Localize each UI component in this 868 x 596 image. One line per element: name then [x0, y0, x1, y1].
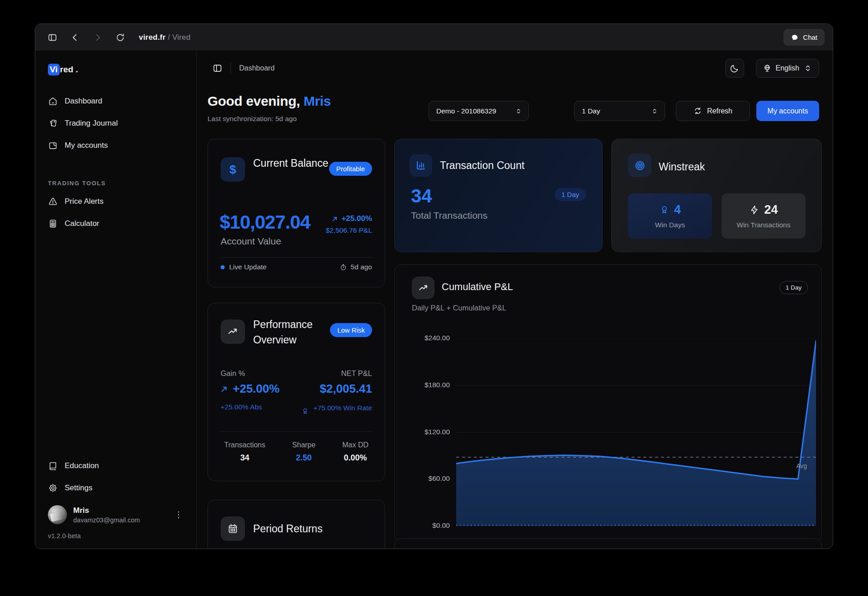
gain-abs: +25.00% Abs [221, 403, 262, 411]
sidebar-item-calculator[interactable]: Calculator [35, 212, 196, 235]
refresh-label: Refresh [707, 107, 732, 115]
user-profile-row[interactable]: Mris davamz03@gmail.com ⋮ [35, 499, 196, 527]
browser-toolbar: vired.fr / Vired Chat [35, 24, 833, 51]
app-logo[interactable]: Vired . [35, 51, 196, 75]
net-pnl-value: $2,005.41 [320, 382, 372, 396]
theme-toggle-button[interactable] [725, 59, 744, 78]
win-rate-medal-icon [301, 407, 309, 415]
chat-bubble-icon [791, 33, 799, 42]
stopwatch-icon [340, 263, 347, 271]
language-select[interactable]: English [756, 59, 819, 78]
card-title: Winstreak [659, 161, 705, 173]
moon-icon [730, 64, 739, 73]
chart-period-badge: 1 Day [779, 281, 808, 294]
sidebar-item-trading-journal[interactable]: Trading Journal [35, 112, 196, 134]
account-select[interactable]: Demo - 201086329 [429, 101, 529, 121]
last-updated: 5d ago [340, 263, 372, 271]
refresh-icon [693, 107, 702, 115]
win-transactions-value: 24 [764, 203, 778, 217]
sidebar-item-settings[interactable]: Settings [35, 477, 196, 499]
low-risk-badge: Low Risk [330, 323, 372, 337]
stat-max-dd: Max DD 0.00% [342, 441, 368, 463]
sidebar-item-label: Calculator [65, 219, 99, 228]
sidebar-item-dashboard[interactable]: Dashboard [35, 90, 196, 112]
logo-mark: Vi [48, 64, 60, 75]
performance-overview-card: Performance Overview Low Risk Gain % +25… [208, 303, 385, 481]
chat-button[interactable]: Chat [783, 29, 825, 46]
sidebar-item-label: Price Alerts [65, 197, 104, 206]
book-icon [48, 461, 58, 471]
stat-label: Max DD [342, 441, 368, 449]
sidebar-item-price-alerts[interactable]: Price Alerts [35, 190, 196, 212]
period-select-value: 1 Day [582, 107, 600, 115]
period-badge: 1 Day [555, 188, 586, 201]
sidebar-spacer [35, 235, 196, 455]
win-transactions-label: Win Transactions [737, 221, 791, 229]
sidebar-item-my-accounts[interactable]: My accounts [35, 134, 196, 156]
globe-icon [763, 64, 772, 73]
stat-label: Transactions [224, 441, 265, 449]
sidebar-item-education[interactable]: Education [35, 455, 196, 477]
live-update-indicator: Live Update [221, 263, 267, 271]
user-menu-kebab-icon[interactable]: ⋮ [172, 508, 185, 521]
header-divider [231, 63, 231, 74]
live-update-label: Live Update [229, 263, 267, 271]
journal-cards-icon [48, 118, 58, 128]
cumulative-pnl-card: Cumulative P&L 1 Day Daily P&L + Cumulat… [394, 264, 822, 543]
pnl-area-chart: Avg [456, 338, 816, 526]
header-actions: English [725, 59, 819, 78]
greeting-prefix: Good evening, [208, 94, 303, 108]
reload-icon[interactable] [115, 33, 125, 42]
period-returns-card: Period Returns [208, 500, 385, 549]
refresh-button[interactable]: Refresh [676, 101, 750, 121]
account-value: $10,027.04 [220, 211, 310, 233]
card-title: Period Returns [253, 523, 322, 535]
calendar-icon [221, 516, 245, 541]
panel-toggle-icon[interactable] [212, 63, 222, 73]
breadcrumb: Dashboard [239, 64, 274, 72]
y-tick-label: $0.00 [406, 521, 450, 530]
arrow-up-right-icon [331, 215, 339, 223]
chart-title: Cumulative P&L [442, 281, 513, 293]
main-header: Dashboard English [197, 51, 833, 85]
home-icon [48, 96, 58, 106]
alert-triangle-icon [48, 197, 58, 206]
calculator-icon [48, 219, 58, 229]
avatar [48, 505, 67, 524]
my-accounts-label: My accounts [768, 107, 808, 115]
pnl-area [456, 341, 816, 526]
forward-button-icon[interactable] [93, 33, 103, 42]
win-days-label: Win Days [655, 221, 685, 229]
win-days-value: 4 [674, 203, 681, 217]
chevron-updown-icon [803, 64, 812, 73]
greeting-block: Good evening, Mris Last synchronization:… [208, 94, 331, 123]
sidebar-toggle-icon[interactable] [47, 33, 57, 42]
dollar-icon: $ [221, 157, 245, 182]
current-balance-card: $ Current Balance Profitable $10,027.04 … [208, 139, 385, 287]
address-bar[interactable]: vired.fr / Vired [139, 33, 190, 42]
balance-card-footer: Live Update 5d ago [221, 263, 372, 271]
my-accounts-button[interactable]: My accounts [756, 101, 819, 121]
chevron-updown-icon [515, 108, 522, 115]
y-tick-label: $60.00 [406, 474, 450, 483]
greeting-username: Mris [303, 94, 331, 108]
updated-ago-label: 5d ago [351, 263, 372, 271]
transaction-count-card: Transaction Count 34 Total Transactions … [394, 139, 603, 252]
browser-window: vired.fr / Vired Chat Vired . Dashboard … [35, 23, 833, 549]
url-path: / Vired [165, 33, 190, 42]
back-button-icon[interactable] [70, 33, 80, 42]
account-value-caption: Account Value [221, 236, 281, 247]
performance-stats-row: Transactions 34 Sharpe 2.50 Max DD 0.00% [221, 441, 372, 463]
sidebar-item-label: Trading Journal [65, 119, 118, 128]
stat-value: 0.00% [342, 453, 368, 463]
card-title: Transaction Count [440, 160, 524, 172]
stat-label: Sharpe [292, 441, 316, 449]
winstreak-card: Winstreak 4 Win Days 24 Win Transactions [611, 139, 822, 252]
page-title: Good evening, Mris [208, 94, 331, 109]
arrow-up-right-icon [220, 385, 229, 394]
stat-sharpe: Sharpe 2.50 [292, 441, 316, 463]
period-select[interactable]: 1 Day [574, 101, 665, 121]
stat-value: 34 [224, 453, 265, 463]
chart-subtitle: Daily P&L + Cumulative P&L [412, 304, 506, 312]
sidebar-item-label: Dashboard [65, 97, 102, 106]
